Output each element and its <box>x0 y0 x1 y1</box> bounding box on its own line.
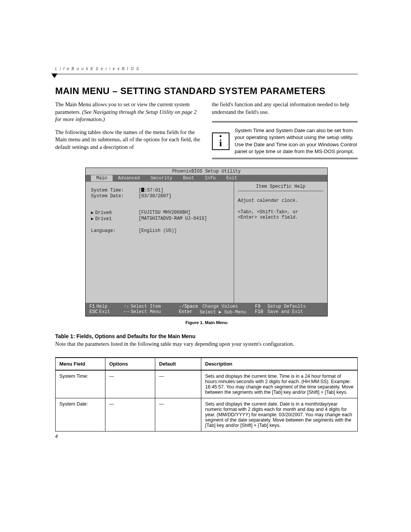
table-row: System Date: — — Sets and displays the c… <box>56 398 358 431</box>
table-row: System Time: — — Sets and displays the c… <box>56 370 358 398</box>
table-header-row: Menu Field Options Default Description <box>56 358 358 370</box>
bios-row-drive0[interactable]: ▶Drive0 [FUJITSU MHV2060BH] <box>91 210 231 216</box>
bios-value-drive0: [FUJITSU MHV2060BH] <box>139 210 191 216</box>
fkey-f1: F1 <box>89 304 95 309</box>
page: L i f e B o o k E S e r i e s B I O S MA… <box>0 0 411 462</box>
td-default: — <box>155 370 201 398</box>
bios-right-pane: Item Specific Help Adjust calendar clock… <box>234 182 327 303</box>
bios-tab-security[interactable]: Security <box>145 175 178 181</box>
td-description: Sets and displays the current date. Date… <box>201 398 358 431</box>
bios-title: PhoenixBIOS Setup Utility <box>86 168 327 175</box>
flabel-save-exit: Save and Exit <box>268 309 303 315</box>
note-rule-top <box>212 121 358 122</box>
bios-row-drive1[interactable]: ▶Drive1 [MATSHITADVD-RAM UJ-841S] <box>91 216 231 222</box>
table-title: Table 1: Fields, Options and Defaults fo… <box>55 333 358 339</box>
flabel-select-menu: Select Menu <box>131 309 161 315</box>
triangle-icon: ▶ <box>91 216 94 222</box>
td-default: — <box>155 398 201 431</box>
td-field: System Time: <box>56 370 105 398</box>
bios-help-line3: <Enter> selects field. <box>238 215 323 220</box>
bios-tab-boot[interactable]: Boot <box>178 175 199 181</box>
bios-tab-info[interactable]: Info <box>199 175 221 181</box>
running-header: L i f e B o o k E S e r i e s B I O S <box>55 67 140 71</box>
intro-left-column: The Main Menu allows you to set or view … <box>55 101 201 159</box>
flabel-change-values: Change Values <box>202 304 238 309</box>
figure-caption: Figure 1. Main Menu <box>55 320 358 325</box>
bios-row-system-date[interactable]: System Date: [03/30/2007] <box>91 193 231 199</box>
options-table: Menu Field Options Default Description S… <box>55 357 358 431</box>
intro-left-p2: The following tables show the names of t… <box>55 129 201 151</box>
td-field: System Date: <box>56 398 105 431</box>
bios-value-drive1: [MATSHITADVD-RAM UJ-841S] <box>139 216 207 222</box>
bios-label-drive1: ▶Drive1 <box>91 216 139 222</box>
page-number: 4 <box>55 434 358 439</box>
triangle-icon: ▶ <box>91 210 94 216</box>
bios-value-system-time: [:57:01] <box>139 188 164 193</box>
bios-tab-main[interactable]: Main <box>91 175 113 181</box>
bios-footer: F1Help ↑↓Select Item -/Space Change Valu… <box>86 303 327 316</box>
th-default: Default <box>155 358 201 370</box>
bios-label-drive0-text: Drive0 <box>95 210 112 216</box>
bios-label-system-time: System Time: <box>91 188 139 193</box>
fkey-f9: F9 <box>255 304 260 309</box>
header-rule <box>55 74 358 74</box>
bios-help-title: Item Specific Help <box>238 184 323 191</box>
note-rule-top2 <box>212 122 358 123</box>
bios-label-system-date: System Date: <box>91 193 139 199</box>
table-note: Note that the parameters listed in the f… <box>55 341 358 347</box>
th-menu-field: Menu Field <box>56 358 105 370</box>
bios-help-line1: Adjust calendar clock. <box>238 198 323 203</box>
td-options: — <box>105 398 155 431</box>
flabel-sub-menu: Select ▶ Sub-Menu <box>199 309 246 315</box>
note-rule-bottom2 <box>212 158 358 158</box>
bios-help-line2: <Tab>, <Shift-Tab>, or <box>238 209 323 215</box>
flabel-setup-defaults: Setup Defaults <box>268 304 306 309</box>
info-icon: i <box>212 133 229 150</box>
fkey-esc: ESC <box>89 309 98 315</box>
cursor-icon <box>141 188 144 192</box>
bios-footer-row2: ESCExit ←→Select Menu Enter Select ▶ Sub… <box>89 309 323 315</box>
fkey-space: -/Space <box>179 304 198 309</box>
bios-label-language: Language: <box>91 228 139 233</box>
intro-left-p1: The Main Menu allows you to set or view … <box>55 101 201 123</box>
intro-right-column: the field's function and any special inf… <box>212 101 358 159</box>
bios-label-drive0: ▶Drive0 <box>91 210 139 216</box>
flabel-select-item: Select Item <box>131 304 161 309</box>
bios-left-pane: System Time: [:57:01] System Date: [03/3… <box>86 182 234 303</box>
page-title: MAIN MENU – SETTING STANDARD SYSTEM PARA… <box>55 86 358 96</box>
td-options: — <box>105 370 155 398</box>
fkey-updown: ↑↓ <box>124 304 129 309</box>
bios-tab-advanced[interactable]: Advanced <box>113 175 145 181</box>
flabel-exit: Exit <box>99 309 110 315</box>
note-body: i System Time and System Date can also b… <box>212 125 358 157</box>
note-rule-bottom <box>212 158 358 159</box>
bios-footer-row1: F1Help ↑↓Select Item -/Space Change Valu… <box>89 304 323 309</box>
bios-row-language[interactable]: Language: [English (US)] <box>91 228 231 233</box>
bios-value-language: [English (US)] <box>139 228 177 233</box>
note-text: System Time and System Date can also be … <box>235 127 358 155</box>
bios-screenshot: PhoenixBIOS Setup Utility Main Advanced … <box>85 168 328 316</box>
bios-label-drive1-text: Drive1 <box>95 216 112 222</box>
intro-right-p1: the field's function and any special inf… <box>212 101 358 116</box>
th-options: Options <box>105 358 155 370</box>
note-box: i System Time and System Date can also b… <box>212 121 358 159</box>
running-header-line: L i f e B o o k E S e r i e s B I O S <box>55 65 358 72</box>
intro-columns: The Main Menu allows you to set or view … <box>55 101 358 159</box>
fkey-f10: F10 <box>255 309 263 315</box>
header-marker-icon <box>51 73 57 78</box>
fkey-enter: Enter <box>179 309 193 315</box>
td-description: Sets and displays the current time. Time… <box>201 370 358 398</box>
th-description: Description <box>201 358 358 370</box>
bios-value-system-date: [03/30/2007] <box>139 193 171 199</box>
bios-body: System Time: [:57:01] System Date: [03/3… <box>86 182 327 303</box>
fkey-leftright: ←→ <box>124 309 129 315</box>
flabel-help: Help <box>96 304 107 309</box>
bios-tab-exit[interactable]: Exit <box>221 175 243 181</box>
bios-tab-row: Main Advanced Security Boot Info Exit <box>86 175 327 182</box>
bios-row-system-time[interactable]: System Time: [:57:01] <box>91 188 231 193</box>
